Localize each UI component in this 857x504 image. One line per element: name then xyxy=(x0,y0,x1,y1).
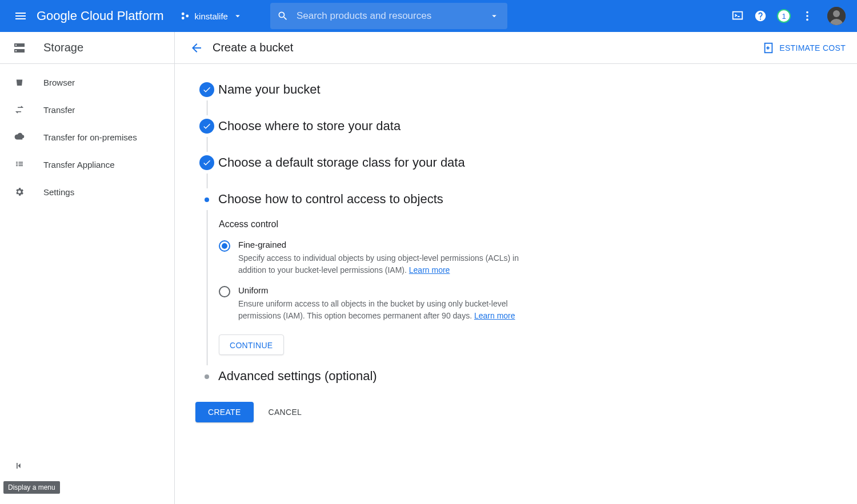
step-location[interactable]: Choose where to store your data xyxy=(195,119,723,155)
radio-description: Specify access to individual objects by … xyxy=(238,252,535,276)
search-icon xyxy=(277,10,289,22)
sidebar-item-settings[interactable]: Settings xyxy=(0,178,174,205)
current-step-dot xyxy=(205,197,209,202)
hamburger-menu-button[interactable] xyxy=(7,2,34,30)
sidebar-item-transfer[interactable]: Transfer xyxy=(0,96,174,123)
svg-point-7 xyxy=(833,10,840,17)
radio-description: Ensure uniform access to all objects in … xyxy=(238,298,535,322)
svg-rect-13 xyxy=(17,463,18,469)
more-vert-icon xyxy=(801,10,814,22)
sidebar-item-label: Transfer Appliance xyxy=(43,160,115,170)
back-button[interactable] xyxy=(186,38,207,58)
step-title: Choose where to store your data xyxy=(218,119,723,134)
access-control-section: Access control Fine-grained Specify acce… xyxy=(219,219,723,369)
check-icon xyxy=(202,122,211,131)
radio-fine-grained[interactable]: Fine-grained Specify access to individua… xyxy=(219,240,723,276)
search-dropdown-icon[interactable] xyxy=(489,11,499,21)
svg-point-2 xyxy=(181,17,184,19)
svg-rect-12 xyxy=(15,50,17,51)
step-advanced-settings[interactable]: Advanced settings (optional) xyxy=(195,369,723,388)
sidebar-product-title: Storage xyxy=(43,41,83,54)
radio-uniform[interactable]: Uniform Ensure uniform access to all obj… xyxy=(219,285,723,322)
project-name: kinstalife xyxy=(195,11,228,21)
estimate-cost-label: ESTIMATE COST xyxy=(779,43,846,53)
appliance-icon xyxy=(13,158,26,171)
project-icon xyxy=(180,11,190,21)
step-name-bucket[interactable]: Name your bucket xyxy=(195,82,723,119)
cloud-shell-icon xyxy=(731,10,744,22)
top-bar: Google Cloud Platform kinstalife 1 xyxy=(0,0,857,32)
step-title: Choose a default storage class for your … xyxy=(218,155,723,170)
radio-button[interactable] xyxy=(219,286,230,297)
main-header: Create a bucket ESTIMATE COST xyxy=(175,32,857,64)
step-title: Name your bucket xyxy=(218,82,723,97)
main-panel: Create a bucket ESTIMATE COST Name your … xyxy=(175,32,857,504)
topbar-right-icons: 1 xyxy=(731,7,846,25)
radio-title: Fine-grained xyxy=(238,240,535,249)
chevron-left-icon xyxy=(14,460,25,471)
page-title: Create a bucket xyxy=(213,41,293,54)
help-button[interactable] xyxy=(754,10,767,22)
cloud-upload-icon xyxy=(13,130,26,144)
create-button[interactable]: CREATE xyxy=(195,402,254,422)
sidebar-nav: Browser Transfer Transfer for on-premise… xyxy=(0,64,174,205)
continue-button[interactable]: CONTINUE xyxy=(219,334,284,355)
transfer-icon xyxy=(13,103,26,116)
svg-point-3 xyxy=(806,11,808,14)
estimate-cost-icon xyxy=(762,42,775,54)
svg-point-0 xyxy=(181,13,184,15)
pending-step-dot xyxy=(205,374,209,379)
gcp-logo-text[interactable]: Google Cloud Platform xyxy=(37,9,164,23)
more-button[interactable] xyxy=(801,10,814,22)
arrow-back-icon xyxy=(190,41,203,55)
step-title: Advanced settings (optional) xyxy=(218,369,723,384)
check-icon xyxy=(202,158,211,167)
sidebar-header: Storage xyxy=(0,32,174,64)
tooltip: Display a menu xyxy=(3,481,60,494)
notifications-badge[interactable]: 1 xyxy=(777,9,791,23)
learn-more-link[interactable]: Learn more xyxy=(409,265,450,275)
estimate-cost-button[interactable]: ESTIMATE COST xyxy=(762,42,846,54)
svg-point-1 xyxy=(186,15,189,18)
stepper: Name your bucket Choose where to store y… xyxy=(175,64,723,445)
learn-more-link[interactable]: Learn more xyxy=(474,311,515,320)
storage-product-icon xyxy=(13,41,26,55)
menu-icon xyxy=(14,9,27,23)
svg-point-4 xyxy=(806,15,808,17)
step-title: Choose how to control access to objects xyxy=(218,192,723,207)
svg-point-5 xyxy=(806,19,808,21)
sidebar: Storage Browser Transfer Transfer for on… xyxy=(0,32,175,504)
access-control-label: Access control xyxy=(219,219,723,229)
help-icon xyxy=(754,10,767,22)
gear-icon xyxy=(13,185,26,199)
project-selector[interactable]: kinstalife xyxy=(180,11,243,21)
footer-actions: CREATE CANCEL xyxy=(195,388,723,422)
search-box[interactable] xyxy=(270,3,508,29)
sidebar-item-browser[interactable]: Browser xyxy=(0,68,174,96)
sidebar-item-label: Browser xyxy=(43,78,75,87)
radio-button[interactable] xyxy=(219,240,230,252)
svg-rect-11 xyxy=(15,45,17,46)
sidebar-item-label: Settings xyxy=(43,187,74,197)
step-storage-class[interactable]: Choose a default storage class for your … xyxy=(195,155,723,192)
sidebar-item-label: Transfer xyxy=(43,105,75,115)
bucket-icon xyxy=(13,75,26,89)
search-input[interactable] xyxy=(297,10,501,22)
collapse-sidebar-button[interactable] xyxy=(14,460,25,473)
sidebar-item-transfer-onprem[interactable]: Transfer for on-premises xyxy=(0,123,174,151)
cancel-button[interactable]: CANCEL xyxy=(269,408,302,417)
step-access-control: Choose how to control access to objects … xyxy=(195,192,723,369)
check-icon xyxy=(202,85,211,94)
dropdown-icon xyxy=(233,11,243,21)
radio-title: Uniform xyxy=(238,285,535,295)
sidebar-item-transfer-appliance[interactable]: Transfer Appliance xyxy=(0,151,174,178)
account-avatar[interactable] xyxy=(827,7,846,25)
sidebar-item-label: Transfer for on-premises xyxy=(43,132,137,142)
cloud-shell-button[interactable] xyxy=(731,10,744,22)
